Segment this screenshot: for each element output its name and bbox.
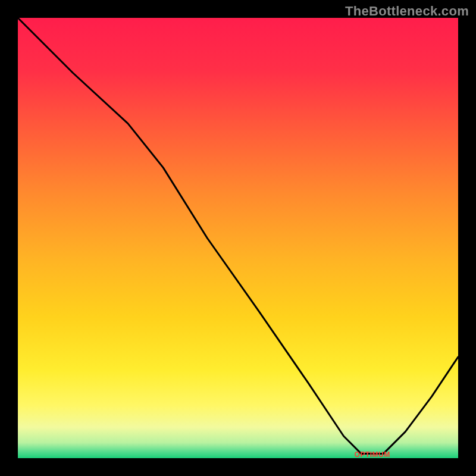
optimum-label: OPTIMUM xyxy=(355,450,390,459)
watermark-text: TheBottleneck.com xyxy=(345,4,469,19)
plot-frame: OPTIMUM xyxy=(18,18,458,458)
chart-stage: TheBottleneck.com OPTIMUM xyxy=(0,0,476,476)
bottleneck-curve xyxy=(18,18,458,458)
